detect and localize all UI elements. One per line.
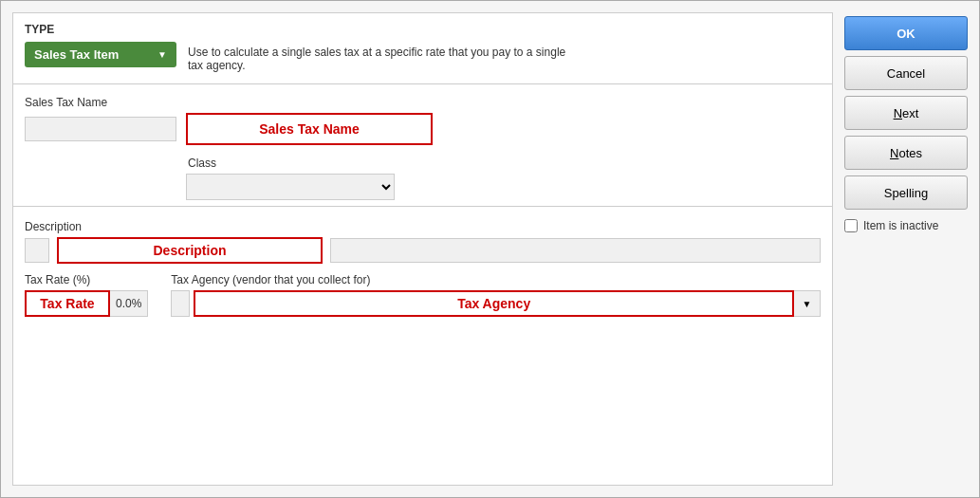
next-button[interactable]: Next <box>844 96 968 130</box>
tax-rate-value: 0.0% <box>110 290 148 317</box>
dropdown-arrow-icon: ▼ <box>157 49 167 60</box>
tax-rate-label: Tax Rate (%) <box>25 273 148 286</box>
name-row: Sales Tax Name <box>25 113 821 145</box>
type-value: Sales Tax Item <box>34 47 119 62</box>
tax-agency-dropdown-arrow[interactable]: ▼ <box>794 290 821 317</box>
notes-label: Notes <box>890 146 922 160</box>
tax-agency-section: Tax Agency (vendor that you collect for)… <box>171 273 821 317</box>
main-form-panel: TYPE Sales Tax Item ▼ Use to calculate a… <box>12 12 833 486</box>
sales-tax-name-label: Sales Tax Name <box>25 96 821 109</box>
notes-button[interactable]: Notes <box>844 136 968 170</box>
type-label: TYPE <box>25 23 821 36</box>
description-tooltip: Description <box>57 237 323 264</box>
spelling-button[interactable]: Spelling <box>844 175 968 210</box>
type-dropdown[interactable]: Sales Tax Item ▼ <box>25 42 176 67</box>
description-section: Description Description <box>13 212 832 273</box>
inactive-row: Item is inactive <box>844 219 968 232</box>
divider-1 <box>13 206 832 207</box>
tax-agency-tooltip: Tax Agency <box>194 290 794 317</box>
tax-rate-tooltip: Tax Rate <box>25 290 110 317</box>
tax-rate-input-row: Tax Rate 0.0% <box>25 290 148 317</box>
sales-tax-name-input[interactable] <box>25 117 176 141</box>
type-section: TYPE Sales Tax Item ▼ Use to calculate a… <box>13 13 832 84</box>
description-row: Description <box>25 237 821 264</box>
side-panel: OK Cancel Next Notes Spelling Item is in… <box>844 12 968 486</box>
description-label: Description <box>25 220 821 233</box>
tax-agency-row: Tax Agency ▼ <box>171 290 821 317</box>
class-select[interactable] <box>186 174 395 200</box>
class-label: Class <box>188 157 821 170</box>
new-item-dialog: TYPE Sales Tax Item ▼ Use to calculate a… <box>0 0 980 498</box>
tax-rate-section: Tax Rate (%) Tax Rate 0.0% <box>25 273 148 317</box>
type-description: Use to calculate a single sales tax at a… <box>188 42 567 72</box>
name-section: Sales Tax Name Sales Tax Name Class <box>13 84 832 200</box>
type-row: Sales Tax Item ▼ Use to calculate a sing… <box>25 42 821 72</box>
description-full-input[interactable] <box>330 238 821 263</box>
tax-agency-small-box <box>171 290 190 317</box>
description-small-box <box>25 238 49 263</box>
tax-agency-label: Tax Agency (vendor that you collect for) <box>171 273 821 286</box>
inactive-checkbox[interactable] <box>844 219 858 232</box>
inactive-label: Item is inactive <box>863 219 938 232</box>
cancel-button[interactable]: Cancel <box>844 56 968 90</box>
tax-row: Tax Rate (%) Tax Rate 0.0% Tax Agency (v… <box>13 273 832 328</box>
next-label: Next <box>894 106 919 120</box>
sales-tax-name-tooltip: Sales Tax Name <box>186 113 433 145</box>
ok-button[interactable]: OK <box>844 16 968 50</box>
